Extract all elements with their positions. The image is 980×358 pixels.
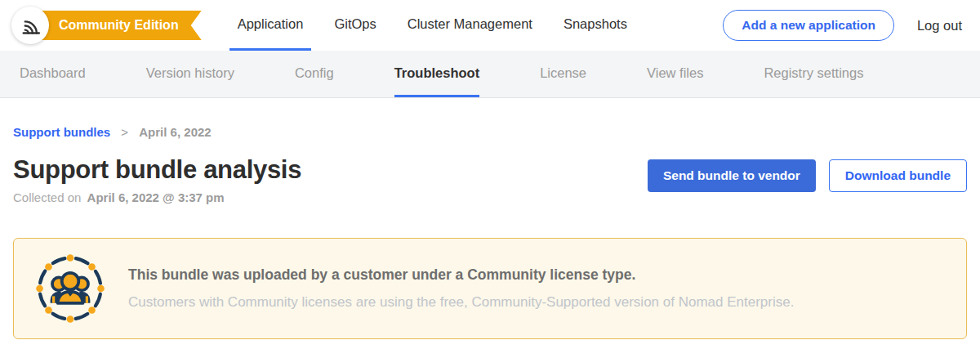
sub-nav-dashboard[interactable]: Dashboard xyxy=(20,51,86,97)
top-nav-items: Application GitOps Cluster Management Sn… xyxy=(229,0,635,51)
add-application-button[interactable]: Add a new application xyxy=(723,10,894,41)
sub-nav-license[interactable]: License xyxy=(540,51,586,97)
breadcrumb-support-bundles-link[interactable]: Support bundles xyxy=(13,125,110,139)
breadcrumb: Support bundles > April 6, 2022 xyxy=(13,125,967,139)
top-nav-application[interactable]: Application xyxy=(229,0,312,51)
breadcrumb-separator: > xyxy=(121,125,128,139)
logout-link[interactable]: Log out xyxy=(917,18,962,34)
community-license-alert: This bundle was uploaded by a customer u… xyxy=(13,238,967,339)
community-edition-badge: Community Edition xyxy=(33,11,202,40)
sub-nav-config[interactable]: Config xyxy=(295,51,334,97)
sub-nav-version-history[interactable]: Version history xyxy=(146,51,234,97)
sub-nav-troubleshoot[interactable]: Troubleshoot xyxy=(394,51,480,97)
collected-timestamp: Collected on April 6, 2022 @ 3:37 pm xyxy=(13,190,301,204)
top-nav-cluster-management[interactable]: Cluster Management xyxy=(399,0,541,51)
bundle-actions: Send bundle to vendor Download bundle xyxy=(648,155,967,204)
send-bundle-to-vendor-button[interactable]: Send bundle to vendor xyxy=(648,159,816,192)
page-header: Support bundle analysis Collected on Apr… xyxy=(13,155,967,204)
download-bundle-button[interactable]: Download bundle xyxy=(829,159,967,192)
page-title: Support bundle analysis xyxy=(13,155,301,185)
top-navbar: Community Edition Application GitOps Clu… xyxy=(0,0,980,51)
main-content: Support bundles > April 6, 2022 Support … xyxy=(0,125,980,339)
page-title-block: Support bundle analysis Collected on Apr… xyxy=(13,155,301,204)
alert-text-block: This bundle was uploaded by a customer u… xyxy=(128,266,794,311)
sub-nav-registry-settings[interactable]: Registry settings xyxy=(764,51,863,97)
top-nav-gitops[interactable]: GitOps xyxy=(326,0,384,51)
top-nav-snapshots[interactable]: Snapshots xyxy=(555,0,635,51)
alert-description: Customers with Community licenses are us… xyxy=(128,294,794,311)
replicated-logo-icon[interactable] xyxy=(11,7,49,44)
top-nav-right: Add a new application Log out xyxy=(723,10,980,41)
sub-navbar: Dashboard Version history Config Trouble… xyxy=(0,51,980,98)
breadcrumb-current: April 6, 2022 xyxy=(139,125,211,139)
collected-prefix: Collected on xyxy=(13,190,81,204)
brand: Community Edition xyxy=(0,7,202,44)
collected-date: April 6, 2022 @ 3:37 pm xyxy=(87,190,225,204)
sub-nav-view-files[interactable]: View files xyxy=(647,51,703,97)
alert-title: This bundle was uploaded by a customer u… xyxy=(128,266,794,284)
community-license-icon xyxy=(33,252,107,325)
